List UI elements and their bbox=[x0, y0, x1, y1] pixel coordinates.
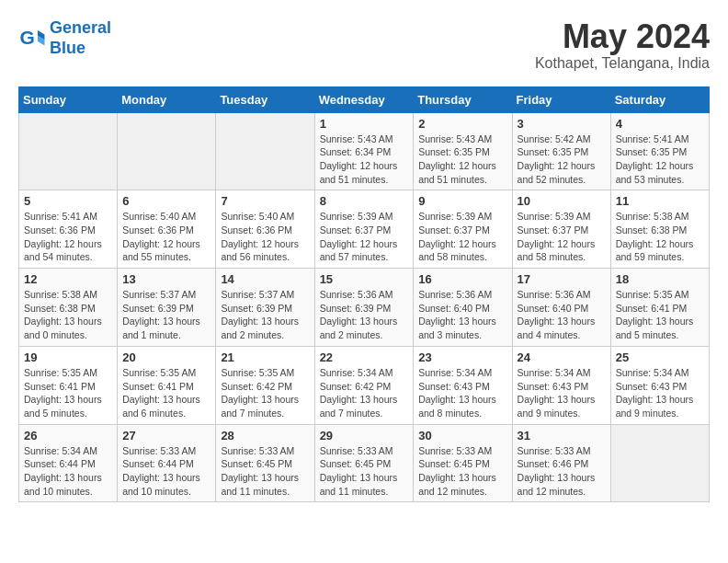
calendar-cell bbox=[118, 112, 216, 190]
calendar-cell bbox=[610, 424, 709, 502]
day-number: 22 bbox=[320, 350, 409, 364]
day-info: Sunrise: 5:36 AM Sunset: 6:40 PM Dayligh… bbox=[418, 288, 506, 342]
calendar-cell: 10Sunrise: 5:39 AM Sunset: 6:37 PM Dayli… bbox=[512, 190, 610, 269]
day-info: Sunrise: 5:36 AM Sunset: 6:39 PM Dayligh… bbox=[320, 288, 409, 342]
header-cell-wednesday: Wednesday bbox=[314, 86, 414, 112]
header-cell-tuesday: Tuesday bbox=[216, 86, 314, 112]
calendar-cell: 13Sunrise: 5:37 AM Sunset: 6:39 PM Dayli… bbox=[118, 269, 216, 347]
calendar-cell: 3Sunrise: 5:42 AM Sunset: 6:35 PM Daylig… bbox=[512, 112, 610, 190]
calendar-cell: 22Sunrise: 5:34 AM Sunset: 6:42 PM Dayli… bbox=[314, 346, 414, 424]
day-info: Sunrise: 5:34 AM Sunset: 6:43 PM Dayligh… bbox=[518, 366, 606, 420]
day-info: Sunrise: 5:35 AM Sunset: 6:41 PM Dayligh… bbox=[122, 366, 210, 420]
day-number: 16 bbox=[418, 272, 506, 286]
location-title: Kothapet, Telangana, India bbox=[535, 55, 710, 72]
week-row-1: 1Sunrise: 5:43 AM Sunset: 6:34 PM Daylig… bbox=[19, 112, 710, 190]
day-info: Sunrise: 5:33 AM Sunset: 6:46 PM Dayligh… bbox=[518, 444, 606, 499]
calendar-cell: 25Sunrise: 5:34 AM Sunset: 6:43 PM Dayli… bbox=[610, 346, 709, 424]
logo-line1: General bbox=[50, 18, 111, 37]
week-row-3: 12Sunrise: 5:38 AM Sunset: 6:38 PM Dayli… bbox=[19, 269, 710, 347]
calendar-cell: 24Sunrise: 5:34 AM Sunset: 6:43 PM Dayli… bbox=[512, 346, 610, 424]
day-number: 24 bbox=[518, 350, 606, 364]
calendar-cell bbox=[19, 112, 118, 190]
day-number: 5 bbox=[24, 194, 112, 208]
page-header: G General Blue May 2024 Kothapet, Telang… bbox=[18, 18, 710, 72]
logo-text: General Blue bbox=[50, 18, 111, 58]
day-info: Sunrise: 5:39 AM Sunset: 6:37 PM Dayligh… bbox=[518, 210, 606, 264]
day-number: 2 bbox=[418, 117, 506, 131]
day-number: 27 bbox=[122, 429, 210, 442]
day-info: Sunrise: 5:40 AM Sunset: 6:36 PM Dayligh… bbox=[221, 210, 309, 264]
day-number: 23 bbox=[418, 350, 506, 364]
calendar-cell: 20Sunrise: 5:35 AM Sunset: 6:41 PM Dayli… bbox=[118, 346, 216, 424]
calendar-cell: 11Sunrise: 5:38 AM Sunset: 6:38 PM Dayli… bbox=[610, 190, 709, 269]
calendar-cell: 17Sunrise: 5:36 AM Sunset: 6:40 PM Dayli… bbox=[512, 269, 610, 347]
day-info: Sunrise: 5:41 AM Sunset: 6:35 PM Dayligh… bbox=[616, 132, 704, 187]
calendar-cell: 8Sunrise: 5:39 AM Sunset: 6:37 PM Daylig… bbox=[314, 190, 414, 269]
calendar-cell: 27Sunrise: 5:33 AM Sunset: 6:44 PM Dayli… bbox=[118, 424, 216, 502]
calendar-cell: 23Sunrise: 5:34 AM Sunset: 6:43 PM Dayli… bbox=[414, 346, 512, 424]
day-info: Sunrise: 5:38 AM Sunset: 6:38 PM Dayligh… bbox=[24, 288, 112, 342]
svg-text:G: G bbox=[20, 27, 35, 48]
day-number: 26 bbox=[24, 429, 112, 442]
calendar-cell: 28Sunrise: 5:33 AM Sunset: 6:45 PM Dayli… bbox=[216, 424, 314, 502]
calendar-cell bbox=[216, 112, 314, 190]
calendar-cell: 18Sunrise: 5:35 AM Sunset: 6:41 PM Dayli… bbox=[610, 269, 709, 347]
day-info: Sunrise: 5:36 AM Sunset: 6:40 PM Dayligh… bbox=[518, 288, 606, 342]
day-info: Sunrise: 5:39 AM Sunset: 6:37 PM Dayligh… bbox=[418, 210, 506, 264]
header-cell-monday: Monday bbox=[118, 86, 216, 112]
logo: G General Blue bbox=[18, 18, 111, 58]
header-cell-saturday: Saturday bbox=[610, 86, 709, 112]
day-number: 13 bbox=[122, 272, 210, 286]
day-number: 9 bbox=[418, 194, 506, 208]
header-row: SundayMondayTuesdayWednesdayThursdayFrid… bbox=[19, 86, 710, 112]
day-number: 8 bbox=[320, 194, 409, 208]
day-number: 12 bbox=[24, 272, 112, 286]
title-block: May 2024 Kothapet, Telangana, India bbox=[535, 18, 710, 72]
calendar-cell: 26Sunrise: 5:34 AM Sunset: 6:44 PM Dayli… bbox=[19, 424, 118, 502]
calendar-cell: 1Sunrise: 5:43 AM Sunset: 6:34 PM Daylig… bbox=[314, 112, 414, 190]
day-number: 7 bbox=[221, 194, 309, 208]
calendar-cell: 19Sunrise: 5:35 AM Sunset: 6:41 PM Dayli… bbox=[19, 346, 118, 424]
day-info: Sunrise: 5:33 AM Sunset: 6:45 PM Dayligh… bbox=[320, 444, 409, 499]
day-info: Sunrise: 5:33 AM Sunset: 6:45 PM Dayligh… bbox=[221, 444, 309, 499]
header-cell-sunday: Sunday bbox=[19, 86, 118, 112]
day-info: Sunrise: 5:42 AM Sunset: 6:35 PM Dayligh… bbox=[518, 132, 606, 187]
day-info: Sunrise: 5:37 AM Sunset: 6:39 PM Dayligh… bbox=[122, 288, 210, 342]
day-number: 3 bbox=[518, 117, 606, 131]
day-number: 30 bbox=[418, 429, 506, 442]
day-info: Sunrise: 5:37 AM Sunset: 6:39 PM Dayligh… bbox=[221, 288, 309, 342]
calendar-cell: 5Sunrise: 5:41 AM Sunset: 6:36 PM Daylig… bbox=[19, 190, 118, 269]
logo-icon: G bbox=[18, 25, 46, 52]
day-number: 21 bbox=[221, 350, 309, 364]
day-info: Sunrise: 5:35 AM Sunset: 6:42 PM Dayligh… bbox=[221, 366, 309, 420]
week-row-5: 26Sunrise: 5:34 AM Sunset: 6:44 PM Dayli… bbox=[19, 424, 710, 502]
day-info: Sunrise: 5:34 AM Sunset: 6:43 PM Dayligh… bbox=[418, 366, 506, 420]
day-info: Sunrise: 5:34 AM Sunset: 6:43 PM Dayligh… bbox=[616, 366, 704, 420]
logo-line2: Blue bbox=[50, 39, 85, 57]
day-number: 31 bbox=[518, 429, 606, 442]
calendar-cell: 6Sunrise: 5:40 AM Sunset: 6:36 PM Daylig… bbox=[118, 190, 216, 269]
calendar-cell: 9Sunrise: 5:39 AM Sunset: 6:37 PM Daylig… bbox=[414, 190, 512, 269]
day-number: 19 bbox=[24, 350, 112, 364]
day-number: 17 bbox=[518, 272, 606, 286]
day-number: 15 bbox=[320, 272, 409, 286]
calendar-cell: 30Sunrise: 5:33 AM Sunset: 6:45 PM Dayli… bbox=[414, 424, 512, 502]
day-number: 1 bbox=[320, 117, 409, 131]
day-number: 18 bbox=[616, 272, 704, 286]
calendar-cell: 14Sunrise: 5:37 AM Sunset: 6:39 PM Dayli… bbox=[216, 269, 314, 347]
header-cell-thursday: Thursday bbox=[414, 86, 512, 112]
day-info: Sunrise: 5:34 AM Sunset: 6:42 PM Dayligh… bbox=[320, 366, 409, 420]
day-number: 25 bbox=[616, 350, 704, 364]
calendar-cell: 2Sunrise: 5:43 AM Sunset: 6:35 PM Daylig… bbox=[414, 112, 512, 190]
day-info: Sunrise: 5:39 AM Sunset: 6:37 PM Dayligh… bbox=[320, 210, 409, 264]
calendar-cell: 15Sunrise: 5:36 AM Sunset: 6:39 PM Dayli… bbox=[314, 269, 414, 347]
day-number: 28 bbox=[221, 429, 309, 442]
month-title: May 2024 bbox=[535, 18, 710, 55]
day-number: 6 bbox=[122, 194, 210, 208]
day-number: 20 bbox=[122, 350, 210, 364]
day-info: Sunrise: 5:35 AM Sunset: 6:41 PM Dayligh… bbox=[24, 366, 112, 420]
day-info: Sunrise: 5:41 AM Sunset: 6:36 PM Dayligh… bbox=[24, 210, 112, 264]
day-number: 4 bbox=[616, 117, 704, 131]
day-number: 29 bbox=[320, 429, 409, 442]
day-info: Sunrise: 5:35 AM Sunset: 6:41 PM Dayligh… bbox=[616, 288, 704, 342]
